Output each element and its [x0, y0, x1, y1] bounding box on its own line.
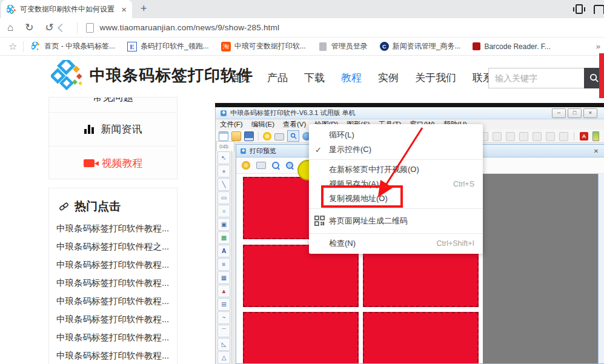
- zoom-in-icon: [272, 162, 280, 170]
- tool-curve: ~: [217, 311, 230, 324]
- app-title: 中琅条码标签打印软件-V6.3.1 试用版 单机: [230, 108, 356, 117]
- bookmark-admin-login[interactable]: 管理员登录: [318, 41, 368, 51]
- site-logo-icon: [51, 60, 85, 90]
- zoom-fit-icon: [286, 162, 294, 170]
- bookmarks-bar: ☆ 首页 - 中琅条码标签... E 条码打印软件_领跑... 淘 中琅可变数据…: [0, 38, 604, 56]
- site-favicon-icon: [7, 5, 16, 14]
- tool-polygon: ◺: [217, 338, 230, 351]
- nav-about[interactable]: 关于我们: [415, 71, 456, 85]
- barcode-grid-icon: [473, 42, 480, 50]
- pdf-export-icon: A: [580, 132, 588, 141]
- hot-link[interactable]: 中琅条码标签打印软件教程...: [56, 310, 170, 328]
- align-icon: [546, 132, 555, 141]
- bookmark-barcode-print[interactable]: E 条码打印软件_领跑...: [127, 41, 209, 51]
- menu-item-inspect[interactable]: 检查(N) Ctrl+Shift+I: [309, 236, 483, 251]
- minimize-icon: –: [552, 108, 566, 118]
- menu-edit: 编辑(E): [247, 120, 279, 129]
- preview-pasteboard: [483, 174, 598, 363]
- nav-download[interactable]: 下载: [304, 71, 325, 85]
- menu-file: 文件(F): [216, 120, 247, 129]
- tab-close-icon[interactable]: ×: [121, 5, 127, 14]
- bookmark-taobao[interactable]: 淘 中琅可变数据打印软...: [221, 41, 306, 51]
- letter-e-icon: E: [127, 42, 137, 51]
- preview-window-icon: [240, 148, 247, 154]
- tool-disabled: ●: [217, 165, 230, 177]
- link-chain-icon: [59, 202, 69, 212]
- menu-view: 查看(V): [279, 120, 310, 129]
- back-button[interactable]: [58, 23, 66, 31]
- shortcut-label: Ctrl+S: [453, 180, 474, 188]
- tool-text: A: [217, 245, 230, 257]
- group-icon: [493, 132, 502, 141]
- hot-clicks-panel: 热门点击 中琅条码标签打印软件教程... 中琅条码标签打印软件程之... 中琅条…: [48, 188, 178, 364]
- site-search: [488, 68, 604, 88]
- bookmarks-overflow-icon[interactable]: »: [596, 42, 600, 51]
- address-url[interactable]: www.tiaomaruanjian.com/news/9/show-285.h…: [99, 23, 279, 32]
- tool-triangle: △: [217, 351, 230, 364]
- bookmark-label: 管理员登录: [331, 41, 368, 51]
- page-info-icon[interactable]: [86, 23, 94, 33]
- bookmark-label: 中琅可变数据打印软...: [234, 41, 306, 51]
- sidebar-item-partial[interactable]: 常见问题: [49, 98, 177, 112]
- nav-home[interactable]: 首页: [230, 71, 251, 85]
- bookmark-news-admin[interactable]: C 新闻资讯管理_商务...: [380, 41, 461, 51]
- bookmark-home[interactable]: 首页 - 中琅条码标签...: [31, 41, 115, 51]
- site-search-input[interactable]: [488, 68, 584, 88]
- tool-table: ▦: [217, 271, 230, 284]
- hot-link[interactable]: 中琅条码标签打印软件程之...: [56, 237, 170, 256]
- reload-button[interactable]: ↻: [25, 22, 33, 33]
- app-titlebar: 中琅条码标签打印软件-V6.3.1 试用版 单机 – □ ×: [216, 107, 604, 119]
- app-icon: [220, 110, 227, 117]
- open-icon: [231, 131, 241, 141]
- distribute-icon: [559, 132, 568, 141]
- tool-triangle-a: ▲: [217, 285, 230, 297]
- browser-tab[interactable]: 可变数据印刷软件中如何设置 ×: [1, 0, 132, 18]
- home-button[interactable]: ⌂: [7, 22, 13, 33]
- browser-toolbar: ⌂ ↻ ↺ ˅ www.tiaomaruanjian.com/news/9/sh…: [0, 18, 604, 38]
- hot-link[interactable]: 中琅条码标签打印软件教程...: [56, 346, 170, 364]
- hot-link[interactable]: 中琅条码标签打印软件教程...: [56, 274, 170, 292]
- print-setup-icon: [263, 132, 271, 141]
- tool-barcode: ≡: [217, 258, 230, 271]
- shortcut-label: Ctrl+Shift+I: [436, 239, 474, 248]
- bar-chart-icon: [84, 125, 94, 134]
- side-widget-strip: [599, 53, 604, 98]
- nav-products[interactable]: 产品: [267, 71, 288, 85]
- hot-link[interactable]: 中琅条码标签打印软件教程...: [56, 328, 170, 346]
- checkmark-icon: ✓: [315, 145, 322, 154]
- battery-icon: [592, 131, 599, 141]
- bookmark-label: Barcode Reader. F...: [484, 42, 550, 51]
- bookmarks-star-icon[interactable]: ☆: [8, 41, 17, 52]
- hot-link[interactable]: 中琅条码标签打印软件教程...: [56, 219, 170, 237]
- new-tab-button[interactable]: +: [141, 2, 147, 15]
- menu-separator: [309, 233, 483, 234]
- hot-link[interactable]: 中琅条码标签打印软件教程...: [56, 292, 170, 310]
- nav-examples[interactable]: 实例: [378, 71, 399, 85]
- screen: { "browser": { "tab_title": "可变数据印刷软件中如何…: [0, 0, 604, 364]
- undo-dropdown-icon[interactable]: ˅: [45, 27, 48, 32]
- hot-link[interactable]: 中琅条码标签打印软件教程...: [56, 256, 170, 274]
- drawing-toolbox: ↖ ● ╲ ▭ ○ ▣ ▩ A ≡ ▦ ▲ ⊞ ~ ⌒ ◺ △ ◇: [216, 151, 232, 364]
- print-icon: [274, 133, 284, 141]
- preview-setup-icon: [242, 161, 250, 170]
- nav-tutorials[interactable]: 教程: [341, 71, 362, 85]
- sidebar-item-news[interactable]: 新闻资讯: [49, 112, 177, 146]
- tool-line: ╲: [217, 178, 230, 191]
- bookmark-barcode-reader[interactable]: Barcode Reader. F...: [473, 42, 550, 51]
- skin-icon[interactable]: [594, 5, 604, 14]
- video-letterbox: [215, 103, 604, 107]
- phone-sync-icon[interactable]: [573, 4, 585, 14]
- site-logo[interactable]: 中琅条码标签打印软件: [51, 60, 253, 90]
- restore-icon: □: [568, 108, 582, 118]
- label-swatch: [363, 312, 479, 364]
- menu-item-generate-qr[interactable]: 将页面网址生成二维码: [309, 211, 483, 231]
- search-icon: [589, 73, 599, 83]
- site-logo-text: 中琅条码标签打印软件: [90, 65, 253, 86]
- menu-separator: [309, 208, 483, 209]
- bookmark-label: 条码打印软件_领跑...: [141, 41, 209, 51]
- sidebar-item-video-tutorials[interactable]: 视频教程: [49, 146, 177, 179]
- annotation-highlight-box: [321, 185, 403, 208]
- preview-close-icon: ✕: [592, 148, 600, 154]
- ungroup-icon: [506, 132, 515, 141]
- hot-clicks-title: 热门点击: [59, 199, 177, 214]
